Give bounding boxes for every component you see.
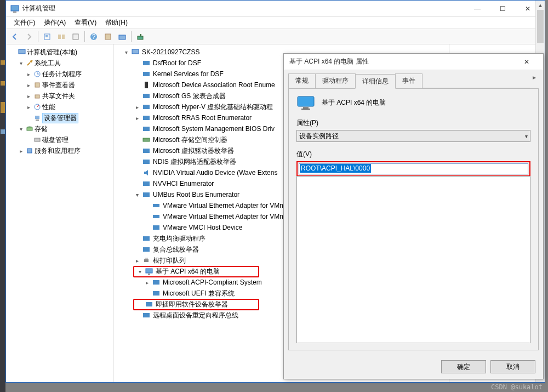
svg-rect-36	[143, 181, 150, 186]
cancel-button[interactable]: 取消	[490, 360, 535, 373]
device-icon	[141, 126, 152, 132]
expand-icon[interactable]: ▸	[17, 148, 25, 154]
device-item[interactable]: Microsoft GS 波表合成器	[152, 92, 227, 101]
device-item[interactable]: 根打印队列	[152, 256, 187, 265]
tab-general[interactable]: 常规	[288, 73, 316, 88]
toolbar-button-1[interactable]	[41, 30, 54, 43]
device-item[interactable]: Microsoft System Management BIOS Driv	[152, 125, 276, 133]
device-item[interactable]: Kernel Services for DSF	[152, 70, 225, 78]
tree-services[interactable]: 服务和应用程序	[35, 146, 81, 156]
device-pnp[interactable]: 即插即用软件设备枚举器	[155, 300, 229, 309]
tree-storage[interactable]: 存储	[35, 124, 48, 134]
device-icon	[141, 147, 152, 154]
expand-icon[interactable]: ▸	[25, 104, 32, 110]
svg-rect-42	[143, 247, 150, 252]
dialog-close-button[interactable]: ✕	[516, 58, 538, 66]
svg-rect-34	[143, 149, 150, 153]
expand-icon[interactable]: ▸	[25, 71, 32, 77]
minimize-button[interactable]: —	[465, 1, 490, 17]
tree-item[interactable]: 任务计划程序	[42, 70, 82, 79]
scroll-thumb[interactable]	[537, 10, 544, 43]
device-item[interactable]: VMware Virtual Ethernet Adapter for VMn	[162, 213, 284, 220]
device-item[interactable]: VMware Virtual Ethernet Adapter for VMn	[162, 202, 284, 209]
device-item[interactable]: 充电均衡驱动程序	[152, 234, 207, 243]
expand-icon[interactable]: ▸	[25, 93, 32, 99]
tree-item[interactable]: 磁盘管理	[42, 135, 68, 145]
tab-details[interactable]: 详细信息	[355, 74, 396, 89]
menu-action[interactable]: 操作(A)	[39, 17, 70, 29]
toolbar-button-4[interactable]	[101, 30, 115, 43]
value-list-area[interactable]	[296, 176, 530, 343]
maximize-button[interactable]: ☐	[490, 1, 515, 17]
svg-text:?: ?	[92, 33, 96, 41]
device-item[interactable]: Microsoft ACPI-Compliant System	[162, 279, 263, 286]
toolbar-button-6[interactable]	[134, 30, 147, 43]
svg-rect-19	[35, 116, 39, 119]
back-button[interactable]	[8, 30, 21, 43]
svg-rect-1	[13, 12, 16, 13]
svg-rect-31	[143, 116, 150, 120]
collapse-icon[interactable]: ▾	[122, 49, 130, 55]
expand-icon[interactable]: ▸	[133, 258, 141, 264]
scroll-up-icon[interactable]: ▲	[536, 1, 545, 10]
value-text[interactable]: ROOT\ACPI_HAL\0000	[300, 164, 371, 173]
device-icon	[151, 290, 162, 297]
tree-item[interactable]: 性能	[42, 103, 55, 112]
device-item[interactable]: DsfRoot for DSF	[152, 59, 202, 67]
titlebar[interactable]: 计算机管理 — ☐ ✕	[6, 1, 545, 17]
menu-view[interactable]: 查看(V)	[70, 17, 101, 29]
svg-point-14	[30, 60, 32, 63]
value-listbox[interactable]: ROOT\ACPI_HAL\0000	[299, 163, 528, 174]
collapse-icon[interactable]: ▾	[133, 192, 141, 198]
expand-icon[interactable]: ▾	[17, 60, 25, 66]
expand-icon[interactable]: ▸	[143, 280, 151, 286]
svg-rect-11	[138, 36, 143, 39]
svg-rect-35	[143, 160, 150, 164]
device-item[interactable]: NVVHCI Enumerator	[152, 180, 215, 188]
window-title-text: 计算机管理	[22, 4, 55, 13]
help-button[interactable]: ?	[87, 30, 100, 43]
forward-button[interactable]	[22, 30, 36, 43]
device-icon	[141, 180, 152, 187]
tree-root[interactable]: 计算机管理(本地)	[27, 48, 77, 57]
device-acpi[interactable]: 基于 ACPI x64 的电脑	[155, 267, 221, 276]
chevron-down-icon: ▾	[525, 133, 528, 139]
toolbar-button-5[interactable]	[116, 30, 129, 43]
dialog-device-name: 基于 ACPI x64 的电脑	[322, 98, 386, 107]
tree-item[interactable]: 事件查看器	[42, 81, 75, 90]
device-item[interactable]: VMware VMCI Host Device	[162, 224, 243, 231]
device-item[interactable]: Microsoft 虚拟驱动器枚举器	[152, 146, 235, 156]
device-item[interactable]: NDIS 虚拟网络适配器枚举器	[152, 157, 237, 167]
expand-icon[interactable]: ▾	[17, 126, 25, 132]
property-dropdown[interactable]: 设备实例路径 ▾	[296, 130, 530, 142]
device-icon	[144, 301, 155, 308]
device-item[interactable]: 远程桌面设备重定向程序总线	[152, 311, 239, 320]
device-item[interactable]: Microsoft Hyper-V 虚拟化基础结构驱动程	[152, 103, 274, 112]
device-item[interactable]: 复合总线枚举器	[152, 245, 200, 254]
tree-systools[interactable]: 系统工具	[35, 59, 61, 68]
navigation-tree[interactable]: 计算机管理(本地) ▾系统工具 ▸任务计划程序 ▸事件查看器 ▸共享文件夹 ▸性…	[6, 44, 113, 382]
tab-events[interactable]: 事件	[395, 73, 423, 88]
device-root[interactable]: SK-20210927CZSS	[141, 48, 201, 56]
scheduler-icon	[32, 70, 42, 78]
toolbar-button-3[interactable]	[69, 30, 82, 43]
device-item[interactable]: Microsoft UEFI 兼容系统	[162, 289, 236, 298]
expand-icon[interactable]: ▸	[133, 104, 141, 110]
expand-icon[interactable]: ▸	[133, 115, 141, 121]
device-item[interactable]: Microsoft RRAS Root Enumerator	[152, 114, 253, 122]
tab-scroll-icon[interactable]: ▸	[530, 73, 539, 88]
device-item[interactable]: NVIDIA Virtual Audio Device (Wave Extens	[152, 169, 278, 177]
toolbar-button-2[interactable]	[55, 30, 68, 43]
collapse-icon[interactable]: ▾	[136, 269, 144, 275]
dialog-titlebar[interactable]: 基于 ACPI x64 的电脑 属性 ✕	[284, 54, 543, 70]
ok-button[interactable]: 确定	[441, 360, 486, 373]
device-item[interactable]: Microsoft 存储空间控制器	[152, 135, 229, 145]
expand-icon[interactable]: ▸	[25, 82, 32, 88]
tab-driver[interactable]: 驱动程序	[315, 73, 356, 88]
device-item[interactable]: Microsoft Device Association Root Enume	[152, 81, 276, 89]
tree-device-manager[interactable]: 设备管理器	[42, 113, 78, 123]
tree-item[interactable]: 共享文件夹	[42, 92, 75, 101]
device-umbus[interactable]: UMBus Root Bus Enumerator	[152, 191, 241, 198]
menu-help[interactable]: 帮助(H)	[101, 17, 132, 29]
menu-file[interactable]: 文件(F)	[9, 17, 39, 29]
